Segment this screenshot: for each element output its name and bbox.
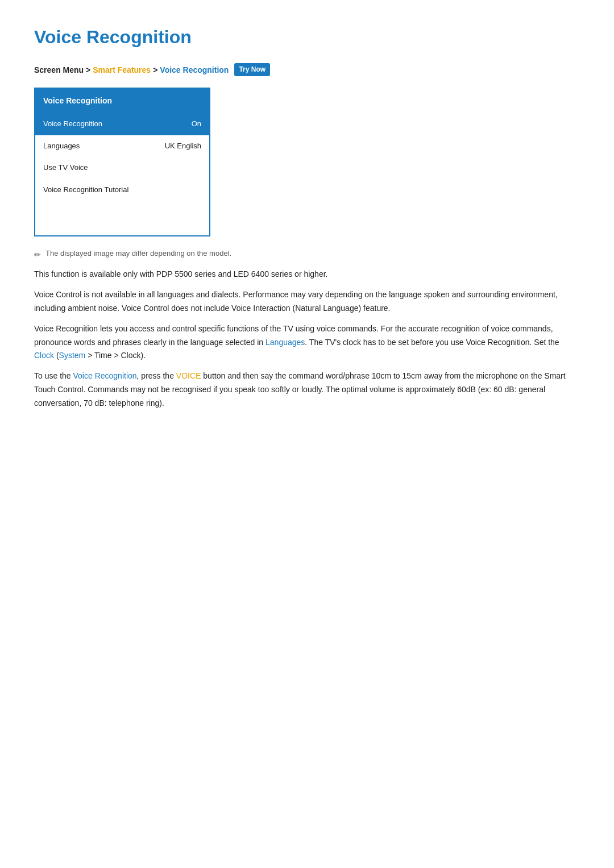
pencil-icon: ✏ xyxy=(34,248,41,261)
menu-item-label: Voice Recognition Tutorial xyxy=(43,184,128,196)
menu-item-value: UK English xyxy=(165,140,201,152)
menu-header: Voice Recognition xyxy=(35,89,209,113)
menu-item-languages[interactable]: Languages UK English xyxy=(35,135,209,157)
breadcrumb-voice-recognition[interactable]: Voice Recognition xyxy=(160,64,229,76)
menu-item-label: Languages xyxy=(43,140,80,152)
system-link[interactable]: System xyxy=(59,351,86,360)
page-title: Voice Recognition xyxy=(34,23,580,52)
voice-recognition-link[interactable]: Voice Recognition xyxy=(73,371,137,380)
paragraph-4: To use the Voice Recognition, press the … xyxy=(34,369,580,410)
paragraph-1: This function is available only with PDP… xyxy=(34,268,580,281)
voice-button-label: VOICE xyxy=(176,371,201,380)
breadcrumb-sep1: > xyxy=(153,64,157,76)
breadcrumb-prefix: Screen Menu > xyxy=(34,64,90,76)
menu-panel: Voice Recognition Voice Recognition On L… xyxy=(34,88,210,236)
menu-item-use-tv-voice[interactable]: Use TV Voice xyxy=(35,157,209,179)
paragraph-3: Voice Recognition lets you access and co… xyxy=(34,322,580,363)
languages-link[interactable]: Languages xyxy=(265,338,305,347)
menu-item-voice-recognition[interactable]: Voice Recognition On xyxy=(35,113,209,135)
breadcrumb: Screen Menu > Smart Features > Voice Rec… xyxy=(34,63,580,76)
paragraph-2: Voice Control is not available in all la… xyxy=(34,288,580,315)
note-row: ✏ The displayed image may differ dependi… xyxy=(34,248,580,261)
menu-item-label: Voice Recognition xyxy=(43,118,102,130)
note-text: The displayed image may differ depending… xyxy=(45,248,231,260)
menu-item-voice-tutorial[interactable]: Voice Recognition Tutorial xyxy=(35,179,209,201)
menu-item-value: On xyxy=(192,118,201,130)
menu-item-label: Use TV Voice xyxy=(43,162,88,174)
try-now-badge[interactable]: Try Now xyxy=(234,63,270,76)
breadcrumb-smart-features[interactable]: Smart Features xyxy=(93,64,151,76)
clock-link[interactable]: Clock xyxy=(34,351,54,360)
menu-spacer xyxy=(35,201,209,235)
